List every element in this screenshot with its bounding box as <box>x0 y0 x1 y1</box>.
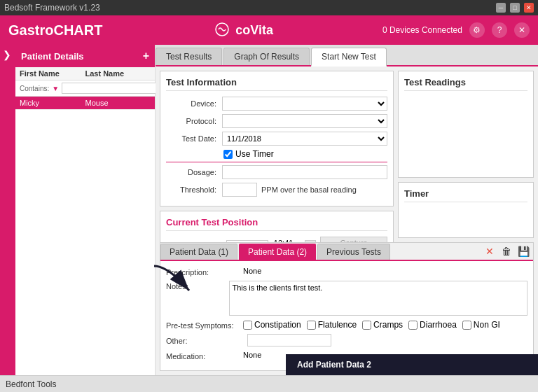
minimize-button[interactable]: ─ <box>496 3 506 13</box>
content-area: Test Results Graph Of Results Start New … <box>156 45 538 375</box>
main-layout: ❯ Patient Details + First Name Last Name… <box>0 45 538 375</box>
filter-row: Contains: ▼ Contains: ▼ <box>15 80 155 97</box>
timer-box: Timer <box>398 182 534 238</box>
other-label: Other: <box>166 335 243 345</box>
patient-data-tabs: Patient Data (1) Patient Data (2) Previo… <box>160 243 533 261</box>
threshold-label: Threshold: <box>166 186 222 194</box>
filter-label-first: Contains: <box>20 85 49 92</box>
notes-row: Notes: This is the clients first test. <box>166 281 527 316</box>
cramps-label: Cramps <box>373 320 403 330</box>
sidebar-header: Patient Details + <box>15 45 155 67</box>
title-bar: Bedsoft Framework v1.23 ─ □ ✕ <box>0 0 538 15</box>
col-first-name: First Name <box>20 69 85 78</box>
patient-first-name: Micky <box>20 99 85 107</box>
tab-test-results[interactable]: Test Results <box>156 48 222 65</box>
patient-data-tab-1[interactable]: Patient Data (1) <box>160 244 237 260</box>
diarrhoea-checkbox[interactable] <box>408 321 418 330</box>
use-timer-label: Use Timer <box>235 149 274 159</box>
ppm-label: PPM over the basal reading <box>261 186 357 194</box>
constipation-label: Constipation <box>254 320 301 330</box>
cramps-checkbox[interactable] <box>362 321 371 330</box>
capture-reading-button[interactable]: Capture Reading <box>320 237 387 242</box>
devices-text: 0 Devices Connected <box>382 25 462 35</box>
patient-data-tab-2[interactable]: Patient Data (2) <box>239 244 316 260</box>
tab-close-button[interactable]: ✕ <box>483 244 497 258</box>
symptom-cramps: Cramps <box>362 320 403 330</box>
device-row: Device: <box>166 97 387 111</box>
diarrhoea-label: Diarrhoea <box>420 320 457 330</box>
patient-list: Micky Mouse <box>15 97 155 375</box>
tab-start-new-test[interactable]: Start New Test <box>311 48 387 66</box>
protocol-select[interactable] <box>222 114 387 128</box>
test-content: Test Information Device: Protocol: Test … <box>156 66 538 242</box>
test-readings-box: Test Readings <box>398 71 534 178</box>
threshold-row: Threshold: PPM over the basal reading <box>166 183 387 197</box>
col-headers: First Name Last Name <box>15 67 155 80</box>
flatulence-checkbox[interactable] <box>307 321 316 330</box>
tab-bar: Test Results Graph Of Results Start New … <box>156 45 538 66</box>
notes-label: Notes: <box>166 281 229 290</box>
symptom-diarrhoea: Diarrhoea <box>408 320 457 330</box>
tab-delete-button[interactable]: 🗑 <box>499 244 513 258</box>
banner-text: Add Patient Data 2 <box>297 360 371 370</box>
use-timer-checkbox[interactable] <box>223 150 233 159</box>
dosage-label: Dosage: <box>166 168 222 176</box>
maximize-button[interactable]: □ <box>510 3 520 13</box>
header-logo: coVita <box>212 20 273 41</box>
left-panel: Test Information Device: Protocol: Test … <box>160 71 394 238</box>
prescription-value: None <box>243 267 527 275</box>
prescription-row: Prescription: None <box>166 267 527 276</box>
symptom-constipation: Constipation <box>243 320 301 330</box>
current-test-box: Current Test Position Reading Time: 12:4… <box>160 211 394 242</box>
current-test-title: Current Test Position <box>166 217 387 231</box>
non-gi-label: Non GI <box>474 320 500 330</box>
non-gi-checkbox[interactable] <box>462 321 471 330</box>
header-close-button[interactable]: ✕ <box>514 22 530 38</box>
sidebar-nav-arrow[interactable]: ❯ <box>0 48 14 62</box>
patient-data-tab-prev[interactable]: Previous Tests <box>317 244 390 260</box>
sidebar-title: Patient Details <box>21 51 84 62</box>
separator <box>166 162 387 162</box>
patient-row[interactable]: Micky Mouse <box>15 97 155 110</box>
logo-text: coVita <box>235 23 273 38</box>
window-close-button[interactable]: ✕ <box>524 3 534 13</box>
status-bar: Bedfont Tools <box>0 375 538 392</box>
help-button[interactable]: ? <box>492 22 507 38</box>
dosage-input[interactable] <box>222 165 387 179</box>
app-title: GastroCHART <box>8 22 102 38</box>
add-patient-data-banner: Add Patient Data 2 <box>286 354 538 375</box>
test-readings-title: Test Readings <box>404 77 527 91</box>
ppm-row: PPM over the basal reading <box>222 183 357 197</box>
reading-time-row: Reading Time: 12:41 PI ▲ ▼ Capture Readi… <box>166 237 387 242</box>
title-bar-text: Bedsoft Framework v1.23 <box>4 3 100 13</box>
device-label: Device: <box>166 99 222 108</box>
symptoms-label: Pre-test Symptoms: <box>166 320 243 330</box>
header-right: 0 Devices Connected ⚙ ? ✕ <box>382 22 530 38</box>
flatulence-label: Flatulence <box>318 320 357 330</box>
right-panel: Test Readings Timer <box>394 71 534 238</box>
settings-button[interactable]: ⚙ <box>469 22 485 38</box>
test-date-row: Test Date: 11/1/2018 <box>166 132 387 146</box>
medication-label: Medication: <box>166 351 243 360</box>
tab-actions: ✕ 🗑 💾 <box>480 243 533 260</box>
device-select[interactable] <box>222 97 387 111</box>
test-date-select[interactable]: 11/1/2018 <box>222 132 387 146</box>
filter-input-first[interactable] <box>62 83 156 94</box>
test-date-label: Test Date: <box>166 134 222 143</box>
symptoms-checkboxes: Constipation Flatulence Cramps Diar <box>243 320 500 330</box>
patient-last-name: Mouse <box>85 99 151 107</box>
notes-textarea[interactable]: This is the clients first test. <box>229 281 527 316</box>
prescription-label: Prescription: <box>166 267 243 276</box>
status-text: Bedfont Tools <box>6 379 57 389</box>
constipation-checkbox[interactable] <box>243 321 252 330</box>
protocol-row: Protocol: <box>166 114 387 128</box>
sidebar-add-button[interactable]: + <box>143 50 149 62</box>
other-input[interactable] <box>247 334 331 346</box>
ppm-input[interactable] <box>222 183 257 197</box>
logo-icon <box>212 20 233 41</box>
patient-data-section: Patient Data (1) Patient Data (2) Previo… <box>160 242 534 371</box>
sidebar: Patient Details + First Name Last Name C… <box>15 45 156 375</box>
tab-save-button[interactable]: 💾 <box>516 244 530 258</box>
test-info-title: Test Information <box>166 77 387 91</box>
tab-graph-results[interactable]: Graph Of Results <box>223 48 310 65</box>
